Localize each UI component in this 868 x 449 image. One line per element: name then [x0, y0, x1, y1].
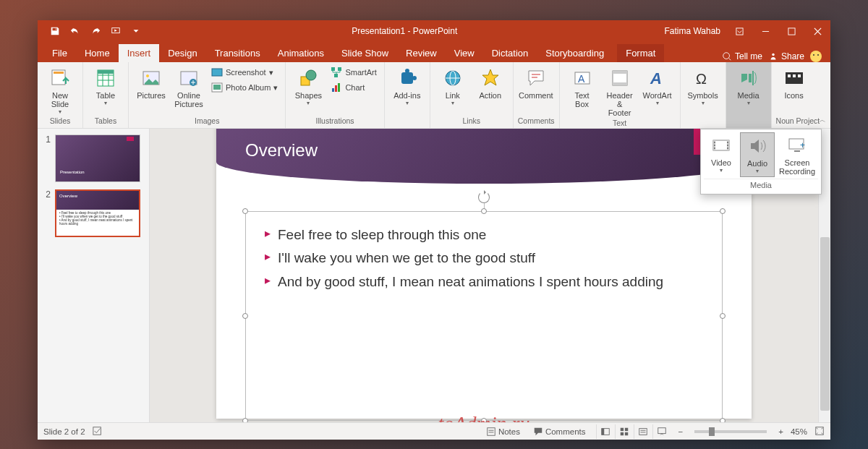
online-pictures-button[interactable]: Online Pictures — [171, 65, 207, 110]
rotate-handle[interactable] — [478, 192, 490, 203]
svg-rect-76 — [658, 427, 666, 433]
slide-thumbnail-2[interactable]: Overview • Feel free to sleep through th… — [55, 189, 140, 237]
tab-dictation[interactable]: Dictation — [483, 44, 537, 62]
tab-design[interactable]: Design — [159, 44, 205, 62]
pictures-button[interactable]: Pictures — [133, 65, 169, 101]
group-label-text: Text — [564, 119, 676, 129]
resize-handle[interactable] — [242, 208, 248, 214]
redo-icon[interactable] — [87, 22, 104, 40]
spell-check-icon[interactable] — [93, 426, 103, 437]
video-button[interactable]: Video▾ — [704, 132, 739, 177]
group-label-tables: Tables — [88, 116, 124, 127]
save-icon[interactable] — [46, 22, 64, 40]
text-box-button[interactable]: AText Box — [564, 65, 600, 110]
svg-rect-21 — [212, 69, 222, 76]
header-footer-button[interactable]: Header & Footer — [602, 65, 638, 119]
link-button[interactable]: Link▾ — [435, 65, 471, 108]
minimize-button[interactable] — [752, 20, 778, 42]
slide: Overview Feel free to sleep through th — [216, 129, 752, 419]
resize-handle[interactable] — [720, 208, 726, 214]
resize-handle[interactable] — [481, 418, 487, 423]
notes-button[interactable]: Notes — [483, 425, 523, 438]
ribbon-display-options-icon[interactable] — [726, 20, 752, 42]
comment-button[interactable]: Comment — [518, 65, 554, 101]
reading-view-button[interactable] — [634, 424, 652, 439]
video-icon — [710, 134, 733, 157]
zoom-level[interactable]: 45% — [791, 427, 807, 436]
zoom-in-button[interactable]: + — [778, 427, 783, 436]
close-button[interactable] — [804, 20, 830, 42]
group-images: Pictures Online Pictures Screenshot ▾ Ph… — [129, 62, 286, 128]
icons-button[interactable]: Icons — [776, 65, 812, 101]
smartart-button[interactable]: SmartArt — [328, 65, 379, 80]
feedback-icon[interactable] — [810, 51, 822, 62]
tab-slideshow[interactable]: Slide Show — [333, 44, 397, 62]
header-footer-icon — [608, 67, 631, 90]
wordart-button[interactable]: AWordArt▾ — [639, 65, 676, 108]
status-bar: Slide 2 of 2 Notes Comments − + 45% — [38, 422, 830, 440]
tab-format[interactable]: Format — [617, 44, 664, 62]
group-label-images: Images — [133, 116, 281, 127]
slide-sorter-button[interactable] — [615, 424, 634, 439]
media-popup-label: Media — [704, 179, 818, 191]
chart-icon — [331, 82, 342, 93]
resize-handle[interactable] — [720, 313, 726, 319]
share-button[interactable]: Share — [768, 51, 804, 61]
slide-counter[interactable]: Slide 2 of 2 — [43, 427, 85, 436]
fit-to-window-button[interactable] — [814, 426, 825, 437]
tab-insert[interactable]: Insert — [119, 44, 160, 62]
resize-handle[interactable] — [720, 418, 726, 423]
chart-button[interactable]: Chart — [328, 80, 379, 95]
screenshot-button[interactable]: Screenshot ▾ — [208, 65, 281, 80]
slide-thumbnail-1[interactable]: Presentation — [55, 134, 140, 182]
scrollbar-thumb[interactable] — [820, 237, 830, 411]
shapes-button[interactable]: Shapes▾ — [290, 65, 326, 108]
svg-rect-72 — [625, 432, 628, 435]
bullet-item[interactable]: I'll wake you when we get to the good st… — [265, 249, 703, 268]
table-button[interactable]: Table▾ — [88, 65, 124, 108]
new-slide-button[interactable]: New Slide▾ — [42, 65, 78, 116]
screenshot-icon — [211, 67, 223, 78]
tell-me-search[interactable]: Tell me — [722, 51, 762, 61]
tab-home[interactable]: Home — [76, 44, 119, 62]
table-icon — [94, 67, 117, 90]
symbols-button[interactable]: ΩSymbols▾ — [685, 65, 721, 108]
tab-view[interactable]: View — [446, 44, 483, 62]
audio-button[interactable]: Audio▾ — [740, 132, 775, 177]
collapse-ribbon-icon[interactable]: ︿ — [819, 115, 826, 125]
resize-handle[interactable] — [242, 313, 248, 319]
start-from-beginning-icon[interactable] — [107, 22, 124, 40]
tab-file[interactable]: File — [43, 44, 76, 62]
undo-icon[interactable] — [67, 22, 84, 40]
bullet-item[interactable]: And by good stuff, I mean neat animation… — [265, 273, 703, 291]
svg-rect-16 — [98, 70, 114, 74]
user-name[interactable]: Fatima Wahab — [664, 26, 726, 36]
bullet-list[interactable]: Feel free to sleep through this one I'll… — [246, 212, 722, 312]
screen-recording-icon: + — [786, 134, 809, 157]
tab-storyboarding[interactable]: Storyboarding — [537, 44, 613, 62]
tab-review[interactable]: Review — [397, 44, 446, 62]
svg-rect-51 — [713, 140, 729, 150]
slide-title[interactable]: Overview — [216, 129, 752, 184]
normal-view-button[interactable] — [596, 424, 615, 439]
group-comments: Comment Comments — [514, 62, 560, 128]
media-button[interactable]: Media▾ — [731, 65, 767, 108]
maximize-button[interactable] — [778, 20, 804, 42]
svg-rect-43 — [613, 71, 627, 74]
tab-transitions[interactable]: Transitions — [206, 44, 269, 62]
qat-customize-icon[interactable] — [127, 22, 145, 40]
resize-handle[interactable] — [481, 208, 487, 214]
bullet-item[interactable]: Feel free to sleep through this one — [265, 226, 703, 244]
slideshow-view-button[interactable] — [652, 424, 671, 439]
zoom-slider[interactable] — [694, 430, 767, 433]
addins-button[interactable]: Add-ins▾ — [389, 65, 425, 108]
photo-album-button[interactable]: Photo Album ▾ — [208, 80, 281, 95]
resize-handle[interactable] — [242, 418, 248, 423]
comments-button[interactable]: Comments — [530, 425, 589, 438]
tab-animations[interactable]: Animations — [269, 44, 333, 62]
action-button[interactable]: Action — [472, 65, 509, 101]
group-label-nounproject: Noun Project — [776, 116, 820, 127]
content-placeholder[interactable]: Feel free to sleep through this one I'll… — [245, 211, 723, 421]
screen-recording-button[interactable]: +Screen Recording — [776, 132, 818, 177]
zoom-out-button[interactable]: − — [678, 427, 684, 436]
